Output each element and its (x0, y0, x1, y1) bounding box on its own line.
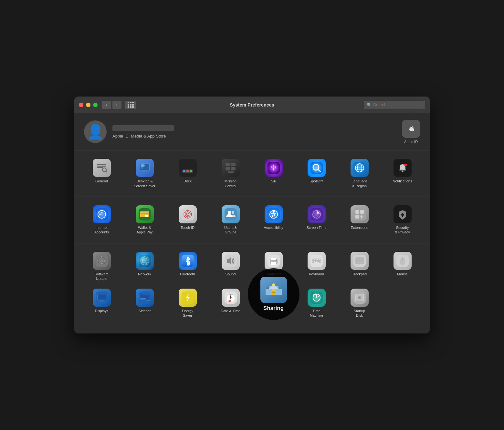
svg-rect-62 (353, 208, 366, 220)
pref-item-internet[interactable]: @ InternetAccounts (81, 203, 122, 237)
wallet-label: Wallet &Apple Pay (136, 225, 152, 235)
content: 👤 Apple ID, Media & App Store Apple ID (74, 113, 430, 333)
svg-rect-15 (186, 170, 189, 172)
svg-point-120 (147, 300, 148, 301)
svg-rect-100 (316, 261, 317, 262)
svg-rect-19 (226, 167, 230, 170)
pref-item-screentime[interactable]: Screen Time (296, 203, 337, 237)
sharing-zoom-icon (260, 277, 287, 303)
spotlight-label: Spotlight (310, 179, 323, 183)
personal-section: General File New Ope (74, 150, 430, 197)
svg-rect-63 (355, 210, 359, 214)
svg-rect-119 (146, 295, 150, 300)
pref-item-software[interactable]: SoftwareUpdate (81, 249, 122, 284)
svg-rect-96 (319, 259, 320, 260)
pref-item-sharing[interactable]: Sharing (253, 286, 294, 321)
profile-subtitle: Apple ID, Media & App Store (112, 134, 174, 138)
svg-rect-2 (97, 167, 103, 168)
svg-rect-110 (98, 294, 106, 300)
internet-icon: @ (93, 205, 111, 223)
svg-text:@: @ (99, 211, 104, 217)
general-label: General (95, 179, 108, 183)
accounts-grid: @ InternetAccounts (81, 203, 423, 237)
pref-item-mouse[interactable]: Mouse (382, 249, 423, 284)
pref-item-energy[interactable]: EnergySaver (167, 286, 208, 321)
pref-item-datetime[interactable]: 31 Date & Time (210, 286, 251, 321)
system-preferences-window: ‹ › System Preferences 🔍 👤 A (74, 97, 430, 333)
pref-item-dock[interactable]: Dock (167, 156, 208, 191)
pref-item-mission[interactable]: MissionControl (210, 156, 251, 191)
pref-item-sidecar[interactable]: Sidecar (124, 286, 165, 321)
pref-item-siri[interactable]: Siri (253, 156, 294, 191)
pref-item-displays[interactable]: Displays (81, 286, 122, 321)
pref-item-wallet[interactable]: Wallet &Apple Pay (124, 203, 165, 237)
pref-item-notifications[interactable]: Notifications (382, 156, 423, 191)
extensions-label: Extensions (351, 225, 368, 230)
apple-id-label: Apple ID (404, 140, 418, 144)
dock-label: Dock (184, 179, 192, 183)
apple-id-icon (402, 120, 420, 138)
pref-item-extensions[interactable]: Extensions (339, 203, 380, 237)
close-button[interactable] (79, 103, 83, 107)
back-button[interactable]: ‹ (102, 101, 111, 109)
notifications-icon (394, 159, 412, 177)
maximize-button[interactable] (93, 103, 98, 107)
nav-buttons: ‹ › (102, 101, 136, 109)
pref-item-general[interactable]: General (81, 156, 122, 191)
profile-info: Apple ID, Media & App Store (112, 125, 174, 138)
pref-item-desktop[interactable]: File New Ope Desktop &Screen Saver (124, 156, 165, 191)
svg-rect-117 (141, 299, 145, 300)
apple-id-widget[interactable]: Apple ID (402, 120, 420, 144)
window-title: System Preferences (230, 102, 274, 108)
pref-item-network[interactable]: Network (124, 249, 165, 284)
svg-rect-94 (316, 259, 317, 260)
pref-item-touchid[interactable]: Touch ID (167, 203, 208, 237)
svg-rect-16 (190, 170, 192, 172)
pref-item-bluetooth[interactable]: Bluetooth (167, 249, 208, 284)
search-icon: 🔍 (367, 103, 372, 107)
svg-rect-65 (355, 215, 359, 219)
mouse-icon (394, 252, 412, 270)
pref-item-spotlight[interactable]: Spotlight (296, 156, 337, 191)
pref-item-timemachine[interactable]: TimeMachine (296, 286, 337, 321)
svg-rect-45 (182, 208, 194, 220)
pref-item-language[interactable]: Language& Region (339, 156, 380, 191)
svg-rect-23 (310, 162, 323, 174)
minimize-button[interactable] (86, 103, 90, 107)
mission-label: MissionControl (225, 179, 236, 188)
svg-point-89 (276, 260, 277, 261)
svg-rect-20 (231, 167, 236, 170)
accounts-section: @ InternetAccounts (74, 197, 430, 243)
language-label: Language& Region (352, 179, 367, 188)
pref-item-trackpad[interactable]: Trackpad (339, 249, 380, 284)
svg-point-142 (359, 297, 360, 298)
svg-rect-44 (145, 215, 148, 217)
datetime-label: Date & Time (221, 309, 240, 313)
security-icon (394, 205, 412, 223)
avatar[interactable]: 👤 (84, 120, 107, 143)
svg-rect-92 (312, 259, 313, 260)
svg-rect-7 (142, 170, 147, 172)
svg-rect-64 (360, 210, 364, 214)
siri-label: Siri (271, 179, 276, 183)
search-input[interactable] (373, 102, 422, 107)
touchid-icon (179, 205, 197, 223)
software-icon (93, 252, 111, 270)
pref-item-keyboard[interactable]: Keyboard (296, 249, 337, 284)
pref-item-security[interactable]: Security& Privacy (382, 203, 423, 237)
grid-view-button[interactable] (125, 101, 136, 109)
search-box[interactable]: 🔍 (364, 101, 425, 109)
svg-line-4 (106, 171, 107, 172)
personal-grid: General File New Ope (81, 156, 423, 191)
pref-item-sound[interactable]: Sound (210, 249, 251, 284)
pref-item-startup[interactable]: StartupDisk (339, 286, 380, 321)
svg-rect-115 (140, 294, 146, 298)
forward-button[interactable]: › (112, 101, 121, 109)
pref-item-accessibility[interactable]: Accessibility (253, 203, 294, 237)
svg-point-133 (272, 283, 275, 286)
grid-icon (128, 102, 134, 108)
profile-name-bar (112, 125, 174, 131)
svg-rect-88 (271, 258, 276, 260)
pref-item-users[interactable]: Users &Groups (210, 203, 251, 237)
avatar-icon: 👤 (87, 123, 104, 140)
